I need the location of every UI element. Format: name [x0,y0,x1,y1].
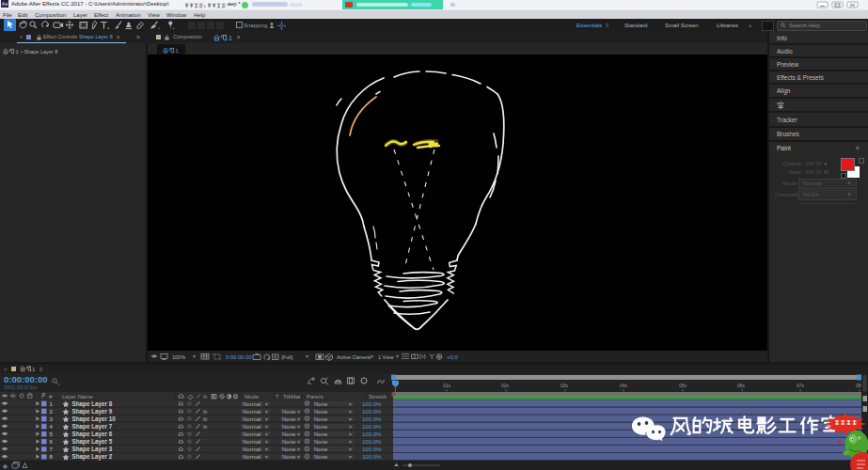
svg-text:▼: ▼ [348,401,353,407]
svg-text:02s: 02s [501,383,510,388]
svg-text:None: None [282,439,296,445]
svg-text:▼: ▼ [348,431,353,437]
svg-text:Shape Layer 5: Shape Layer 5 [72,438,113,446]
svg-text:None: None [314,454,328,460]
svg-text:▼: ▼ [370,353,374,359]
svg-text:01s: 01s [443,383,451,388]
svg-text:None: None [282,409,296,415]
svg-text:06s: 06s [737,383,746,388]
svg-text:07s: 07s [797,383,805,388]
svg-text:None: None [314,401,328,407]
svg-text:▼: ▼ [264,424,269,430]
svg-text:▼: ▼ [264,446,269,452]
svg-text:▼: ▼ [264,416,269,422]
svg-text:Shape Layer 8: Shape Layer 8 [72,400,113,408]
svg-text:fx: fx [203,409,208,415]
svg-text:None: None [282,431,296,437]
svg-text:None: None [314,424,328,430]
svg-text:100.0%: 100.0% [362,424,382,430]
svg-text:00001 (25.00 fps): 00001 (25.00 fps) [4,385,38,390]
svg-text:Shape Layer 9: Shape Layer 9 [72,408,113,415]
svg-text:None: None [314,431,328,437]
svg-text:1: 1 [176,48,179,54]
svg-text:1 View: 1 View [378,354,393,360]
svg-text:None: None [314,446,328,452]
svg-text:≡: ≡ [39,367,43,372]
svg-text:None: None [282,446,296,452]
svg-text:▼: ▼ [264,454,269,460]
svg-text:05s: 05s [679,383,687,388]
svg-text:×: × [4,367,8,372]
svg-text:▼: ▼ [296,454,301,460]
svg-text:Active Camera: Active Camera [337,354,371,360]
svg-text:▼: ▼ [296,446,301,452]
svg-text:Shape Layer 3: Shape Layer 3 [72,446,113,453]
svg-text:100.0%: 100.0% [362,431,382,437]
svg-text:(Full): (Full) [281,354,293,360]
svg-text:▼: ▼ [264,409,269,415]
svg-text:None: None [314,439,328,445]
svg-text:Shape Layer 6: Shape Layer 6 [72,431,113,438]
svg-text:100.0%: 100.0% [362,401,382,407]
svg-text:Shape Layer 7: Shape Layer 7 [72,423,113,431]
svg-text:Normal: Normal [243,454,260,460]
svg-text:▼: ▼ [296,409,301,415]
svg-text:100.0%: 100.0% [362,446,382,452]
svg-text:▼: ▼ [348,416,353,422]
svg-text:fx: fx [203,424,208,430]
svg-text:Mode: Mode [245,394,260,400]
svg-text:▼: ▼ [348,424,353,430]
svg-text:▼: ▼ [296,416,301,422]
svg-text:Normal: Normal [243,416,260,422]
svg-text:▼: ▼ [305,353,309,359]
svg-text:▼: ▼ [192,353,197,359]
svg-text:Shape Layer 2: Shape Layer 2 [72,453,113,461]
svg-text:fx: fx [203,416,208,422]
svg-text:None: None [314,409,328,415]
svg-text:100.0%: 100.0% [362,439,382,445]
svg-text:Normal: Normal [243,431,260,437]
svg-text:Normal: Normal [243,409,260,415]
svg-text:▼: ▼ [296,431,301,437]
svg-text:Normal: Normal [243,401,260,407]
svg-text:▼: ▼ [348,439,353,445]
svg-text:None: None [282,416,296,422]
svg-text:100.0%: 100.0% [362,454,382,460]
svg-text:0:00:00:00: 0:00:00:00 [226,354,251,360]
svg-text:Normal: Normal [243,439,260,445]
svg-text:▼: ▼ [296,424,301,430]
svg-text:04s: 04s [620,383,628,388]
svg-text:▼: ▼ [264,401,269,407]
svg-text:0:00:00:00: 0:00:00:00 [4,374,47,384]
svg-text:▼: ▼ [348,454,353,460]
svg-text:▼: ▼ [296,439,301,445]
svg-text:1: 1 [16,49,19,55]
svg-text:Stretch: Stretch [369,394,387,400]
svg-text:fx: fx [203,394,208,400]
svg-text:▼: ▼ [264,439,269,445]
svg-text:▼: ▼ [395,353,400,359]
svg-text:+0.0: +0.0 [447,354,459,360]
svg-text:Layer Name: Layer Name [62,394,93,400]
svg-text:100.0%: 100.0% [362,409,382,415]
svg-text:100.0%: 100.0% [362,416,382,422]
svg-text:100%: 100% [172,354,185,360]
svg-text:None: None [314,416,328,422]
svg-text:1: 1 [229,35,232,41]
svg-text:Normal: Normal [243,424,260,430]
svg-text:03s: 03s [560,383,569,388]
svg-text:Shape Layer 10: Shape Layer 10 [72,415,117,423]
svg-text:TrkMat: TrkMat [283,394,301,400]
svg-text:▼: ▼ [348,409,353,415]
svg-text:▼: ▼ [348,446,353,452]
svg-text:Parent: Parent [307,394,324,400]
svg-text:T: T [276,394,279,400]
svg-text:Normal: Normal [243,446,260,452]
svg-text:None: None [282,424,296,430]
svg-text:None: None [282,454,296,460]
svg-text:▼: ▼ [264,431,269,437]
